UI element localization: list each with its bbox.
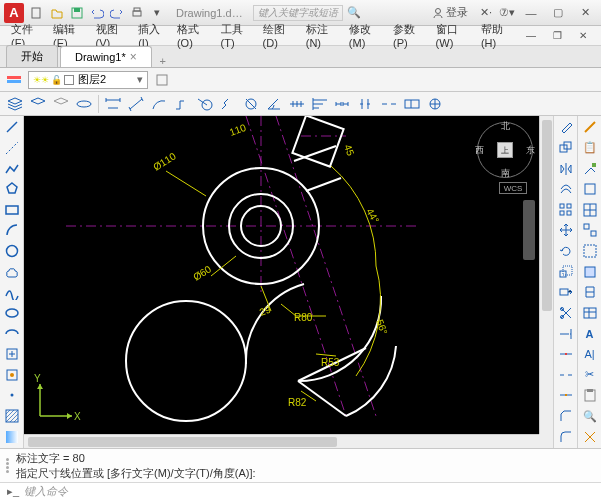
layers-stack-icon[interactable]	[4, 94, 26, 114]
dim-radius-icon[interactable]	[194, 94, 216, 114]
tolerance-icon[interactable]	[401, 94, 423, 114]
menu-format[interactable]: 格式(O)	[172, 22, 216, 49]
drawing-canvas[interactable]: Ø110 Ø60 44° 56° R80 R53 R82 29 110 45 Y…	[24, 116, 553, 448]
layer-off-icon[interactable]	[27, 94, 49, 114]
array-icon[interactable]	[556, 201, 576, 220]
dim-angular-icon[interactable]	[263, 94, 285, 114]
extend-icon[interactable]	[556, 324, 576, 343]
rectangle-icon[interactable]	[2, 201, 22, 220]
tab-close-icon[interactable]: ×	[130, 50, 137, 64]
polygon-icon[interactable]	[2, 180, 22, 199]
new-icon[interactable]	[28, 4, 46, 22]
find-icon[interactable]: 🔍	[580, 407, 600, 426]
dim-linear-icon[interactable]	[102, 94, 124, 114]
cmd-grip-icon[interactable]	[6, 451, 16, 480]
dim-aligned-icon[interactable]	[125, 94, 147, 114]
region-icon[interactable]	[580, 283, 600, 302]
qat-dropdown-icon[interactable]: ▾	[148, 4, 166, 22]
ellipse-icon[interactable]	[2, 304, 22, 323]
arc-icon[interactable]	[2, 221, 22, 240]
doc-restore-button[interactable]: ❐	[545, 27, 569, 45]
doc-minimize-button[interactable]: —	[519, 27, 543, 45]
search-icon[interactable]: 🔍	[345, 4, 363, 22]
login-button[interactable]: 登录	[432, 5, 468, 20]
polyline-icon[interactable]	[2, 159, 22, 178]
menu-tools[interactable]: 工具(T)	[216, 22, 258, 49]
minimize-button[interactable]: —	[519, 4, 543, 22]
stretch-icon[interactable]	[556, 283, 576, 302]
view-cube-top[interactable]: 上	[497, 142, 513, 158]
fillet-icon[interactable]	[556, 427, 576, 446]
mirror-icon[interactable]	[556, 159, 576, 178]
app-logo[interactable]: A	[4, 3, 24, 23]
measure-area-icon[interactable]	[580, 262, 600, 281]
hatch-icon[interactable]	[2, 407, 22, 426]
distance-icon[interactable]	[580, 118, 600, 137]
layer-properties-icon[interactable]	[4, 70, 24, 90]
command-input[interactable]: ▸_ 键入命令	[0, 482, 601, 500]
dim-baseline-icon[interactable]	[309, 94, 331, 114]
menu-help[interactable]: 帮助(H)	[476, 22, 519, 49]
break-icon[interactable]	[556, 366, 576, 385]
tab-start[interactable]: 开始	[6, 45, 58, 67]
offset-icon[interactable]	[556, 180, 576, 199]
wcs-label[interactable]: WCS	[499, 182, 527, 194]
exchange-icon[interactable]: ✕·	[477, 4, 495, 22]
layer-selector[interactable]: ☀ ☀ 🔓 图层2 ▾	[28, 71, 148, 89]
redo-icon[interactable]	[108, 4, 126, 22]
gradient-icon[interactable]	[2, 427, 22, 446]
dim-arc-icon[interactable]	[148, 94, 170, 114]
block-editor-icon[interactable]	[580, 180, 600, 199]
dim-ordinate-icon[interactable]	[171, 94, 193, 114]
nav-bar-toggle[interactable]	[523, 200, 535, 260]
spline-icon[interactable]	[2, 283, 22, 302]
multiline-text-icon[interactable]: A	[580, 324, 600, 343]
layer-states-icon[interactable]	[152, 70, 172, 90]
search-input[interactable]: 键入关键字或短语	[253, 5, 343, 21]
save-icon[interactable]	[68, 4, 86, 22]
break-at-point-icon[interactable]	[556, 345, 576, 364]
center-mark-icon[interactable]	[424, 94, 446, 114]
menu-window[interactable]: 窗口(W)	[431, 22, 476, 49]
dim-break-icon[interactable]	[378, 94, 400, 114]
layer-isolate-icon[interactable]	[73, 94, 95, 114]
explode-icon[interactable]	[580, 427, 600, 446]
paste-icon[interactable]	[580, 386, 600, 405]
print-icon[interactable]	[128, 4, 146, 22]
tab-add-button[interactable]: +	[154, 55, 172, 67]
circle-icon[interactable]	[2, 242, 22, 261]
select-similar-icon[interactable]	[580, 201, 600, 220]
properties-icon[interactable]: 📋	[580, 139, 600, 158]
chamfer-icon[interactable]	[556, 407, 576, 426]
menu-param[interactable]: 参数(P)	[388, 22, 431, 49]
undo-icon[interactable]	[88, 4, 106, 22]
layer-freeze-icon[interactable]	[50, 94, 72, 114]
make-block-icon[interactable]	[2, 366, 22, 385]
move-icon[interactable]	[556, 221, 576, 240]
menu-dimension[interactable]: 标注(N)	[301, 22, 344, 49]
ellipse-arc-icon[interactable]	[2, 324, 22, 343]
join-icon[interactable]	[556, 386, 576, 405]
open-icon[interactable]	[48, 4, 66, 22]
scrollbar-vertical[interactable]	[539, 116, 553, 434]
maximize-button[interactable]: ▢	[546, 4, 570, 22]
scale-icon[interactable]	[556, 262, 576, 281]
tab-drawing1[interactable]: Drawing1*×	[60, 46, 152, 67]
dim-jogged-icon[interactable]	[217, 94, 239, 114]
line-icon[interactable]	[2, 118, 22, 137]
menu-modify[interactable]: 修改(M)	[344, 22, 388, 49]
dim-space-icon[interactable]	[355, 94, 377, 114]
view-cube[interactable]: 上 北 南 东 西	[477, 122, 533, 178]
copy-icon[interactable]	[556, 139, 576, 158]
dim-continue-icon[interactable]	[332, 94, 354, 114]
menu-insert[interactable]: 插入(I)	[133, 22, 172, 49]
menu-draw[interactable]: 绘图(D)	[258, 22, 301, 49]
text-icon[interactable]: A|	[580, 345, 600, 364]
erase-icon[interactable]	[556, 118, 576, 137]
revision-cloud-icon[interactable]	[2, 262, 22, 281]
insert-block-icon[interactable]	[2, 345, 22, 364]
match-properties-icon[interactable]	[580, 159, 600, 178]
cut-icon[interactable]: ✂	[580, 366, 600, 385]
menu-view[interactable]: 视图(V)	[91, 22, 134, 49]
doc-close-button[interactable]: ✕	[571, 27, 595, 45]
